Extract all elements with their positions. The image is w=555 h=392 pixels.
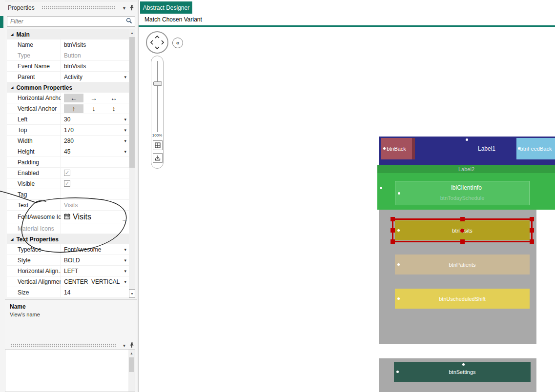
resize-handle[interactable]: [530, 239, 534, 244]
row-v-align-label: Vertical Alignment: [7, 276, 61, 287]
row-fontawesome-label: FontAwesome Ic...: [7, 211, 61, 223]
row-v-anchor-value: ↑ ↓ ↕: [61, 103, 129, 114]
search-icon[interactable]: [126, 17, 132, 26]
section-text-properties[interactable]: ◢ Text Properties: [7, 234, 129, 244]
view-btnsettings[interactable]: btnSettings: [394, 362, 531, 382]
row-parent-value[interactable]: Activity ▾: [61, 72, 129, 82]
row-left-value[interactable]: 30 ▾: [61, 114, 129, 124]
visible-checkbox[interactable]: ✓: [64, 180, 70, 187]
view-lblclientinfo[interactable]: lblClientInfo: [377, 184, 555, 191]
enabled-checkbox[interactable]: ✓: [64, 170, 70, 176]
row-type: Type Button: [7, 50, 129, 61]
row-typeface-value[interactable]: FontAwesome ▾: [61, 244, 129, 255]
dropdown-icon[interactable]: ▾: [124, 258, 126, 263]
panel-drag-texture[interactable]: [41, 6, 116, 10]
dropdown-icon[interactable]: ▾: [124, 138, 126, 143]
anchor-dot: [397, 297, 400, 300]
resize-handle[interactable]: [391, 217, 395, 221]
tab-abstract-designer[interactable]: Abstract Designer: [140, 1, 192, 14]
resize-handle[interactable]: [391, 239, 395, 244]
row-padding: Padding: [7, 157, 129, 168]
row-event-name-value[interactable]: btnVisits: [61, 61, 129, 71]
view-label2[interactable]: Label2: [377, 165, 555, 173]
view-client-panel[interactable]: Label2 btnTodaySchedule lblClientInfo: [377, 165, 555, 210]
dropdown-icon[interactable]: ▾: [124, 128, 126, 133]
anchor-left-button[interactable]: ←: [64, 94, 83, 102]
section-common[interactable]: ◢ Common Properties: [7, 82, 129, 93]
row-enabled-label: Enabled: [7, 168, 61, 178]
resize-handle[interactable]: [391, 228, 395, 233]
row-top-value[interactable]: 170 ▾: [61, 125, 129, 135]
filter-box: [7, 16, 135, 27]
scroll-down-button[interactable]: ▼: [129, 289, 135, 298]
view-top-bar[interactable]: btnBack Label1 btnFeedBack: [379, 137, 555, 165]
export-button[interactable]: [153, 153, 163, 163]
dropdown-icon[interactable]: ▾: [124, 269, 126, 274]
scrollbar-thumb[interactable]: [129, 37, 135, 168]
row-size: Size 14: [7, 287, 129, 298]
row-v-align-value[interactable]: CENTER_VERTICAL ▾: [61, 276, 129, 287]
lower-panel-scrollbar[interactable]: ▲: [128, 350, 135, 392]
collapsed-side-tab[interactable]: [0, 16, 3, 28]
icon-picker-button[interactable]: ...: [123, 216, 127, 222]
dropdown-icon[interactable]: ▾: [124, 279, 126, 284]
zoom-slider[interactable]: [157, 61, 158, 132]
row-width-value[interactable]: 280 ▾: [61, 136, 129, 146]
view-settings-panel[interactable]: btnSettings: [379, 358, 536, 392]
scroll-up-button[interactable]: ▲: [129, 29, 135, 37]
row-height-value[interactable]: 45 ▾: [61, 146, 129, 157]
row-tag-value[interactable]: [61, 189, 129, 199]
double-chevron-left-icon: «: [176, 39, 180, 46]
property-grid: ◢ Main Name btnVisits Type Button Event …: [7, 29, 135, 298]
scroll-up-button[interactable]: ▲: [128, 350, 135, 357]
view-btnvisits[interactable]: btnVisits: [395, 220, 530, 240]
row-horizontal-align: Horizontal Align... LEFT ▾: [7, 266, 129, 276]
dropdown-icon[interactable]: ▾: [124, 149, 126, 154]
view-label: btnUscheduledShift: [395, 289, 530, 309]
dropdown-icon[interactable]: ▾: [124, 117, 126, 122]
anchor-up-button[interactable]: ↑: [64, 104, 83, 113]
anchor-dot: [397, 263, 400, 266]
anchor-down-button[interactable]: ↓: [84, 104, 103, 113]
row-fontawesome-value[interactable]: Visits ...: [61, 211, 129, 223]
pan-control[interactable]: [146, 31, 168, 54]
row-h-align-value[interactable]: LEFT ▾: [61, 266, 129, 276]
zoom-slider-handle[interactable]: [153, 81, 162, 86]
resize-handle[interactable]: [460, 217, 465, 221]
pin-icon[interactable]: [129, 342, 134, 348]
anchor-dot: [383, 147, 386, 150]
view-btnfeedback[interactable]: btnFeedBack: [516, 138, 555, 159]
panel-chevron-down-icon[interactable]: ▾: [123, 5, 125, 11]
pin-icon[interactable]: [129, 5, 134, 11]
row-padding-value[interactable]: [61, 157, 129, 167]
filter-input[interactable]: [7, 18, 126, 25]
row-name-value[interactable]: btnVisits: [61, 39, 129, 50]
view-buttons-panel[interactable]: btnVisits btnPatients btnUscheduledShift: [379, 210, 536, 344]
match-chosen-variant-button[interactable]: Match Chosen Variant: [144, 16, 202, 23]
resize-handle[interactable]: [530, 217, 534, 221]
anchor-dot: [398, 192, 400, 195]
row-text-value[interactable]: Visits: [61, 200, 129, 210]
resize-handle[interactable]: [530, 228, 534, 233]
anchor-right-button[interactable]: →: [84, 94, 103, 102]
section-main[interactable]: ◢ Main: [7, 29, 129, 39]
zoom-toolbar: 100%: [151, 56, 164, 169]
row-style-value[interactable]: BOLD ▾: [61, 255, 129, 265]
fit-to-screen-button[interactable]: [153, 140, 163, 150]
row-material-value[interactable]: [61, 223, 129, 234]
view-btnuscheduledshift[interactable]: btnUscheduledShift: [395, 289, 530, 309]
view-btnback[interactable]: btnBack: [381, 138, 415, 159]
selected-property-name: Name: [10, 303, 137, 310]
row-size-value[interactable]: 14: [61, 287, 129, 297]
property-grid-scrollbar[interactable]: ▲ ▼: [129, 29, 135, 298]
view-btnpatients[interactable]: btnPatients: [395, 255, 530, 274]
anchor-vertical-stretch-button[interactable]: ↕: [104, 104, 123, 113]
collapse-panel-button[interactable]: «: [172, 38, 183, 48]
panel-drag-texture[interactable]: [11, 343, 116, 347]
scrollbar-thumb[interactable]: [129, 357, 134, 372]
dropdown-icon[interactable]: ▾: [124, 247, 126, 252]
panel-chevron-down-icon[interactable]: ▾: [123, 343, 125, 348]
anchor-horizontal-stretch-button[interactable]: ↔: [104, 94, 123, 102]
dropdown-icon[interactable]: ▾: [124, 75, 126, 79]
resize-handle[interactable]: [460, 239, 465, 244]
